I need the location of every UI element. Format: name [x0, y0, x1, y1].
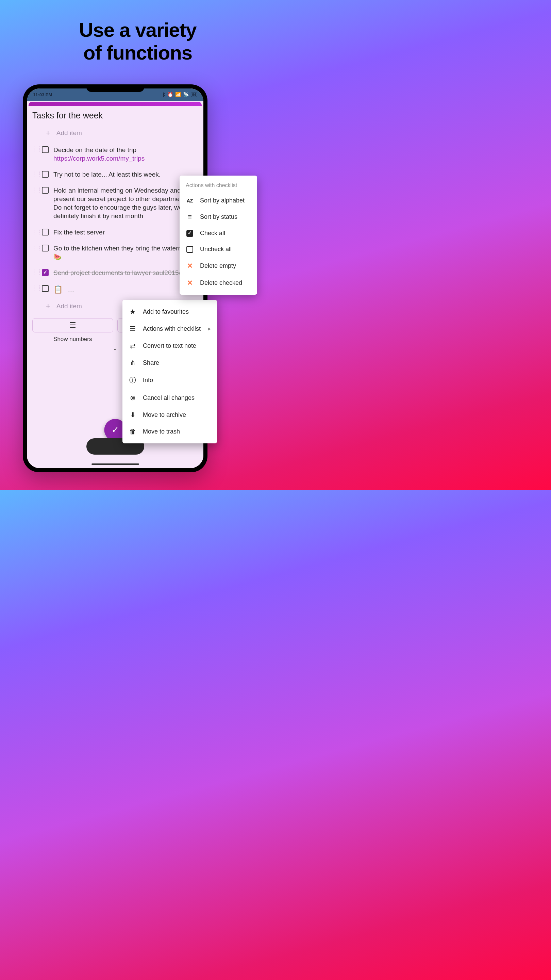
- task-text[interactable]: Try not to be late... At least this week…: [53, 170, 198, 179]
- drag-handle-icon[interactable]: ⋮⋮⋮⋮: [32, 285, 37, 290]
- menu-cancel-changes[interactable]: ⊗ Cancel all changes: [122, 389, 217, 406]
- task-text[interactable]: Send project documents to lawyer saul201…: [53, 269, 198, 277]
- task-checkbox[interactable]: [42, 285, 49, 292]
- task-link[interactable]: https://corp.work5.com/my_trips: [53, 155, 144, 162]
- drag-handle-icon[interactable]: ⋮⋮⋮⋮: [32, 186, 37, 192]
- add-item-top[interactable]: + Add item: [46, 126, 198, 140]
- submenu-delete-empty[interactable]: ✕ Delete empty: [179, 257, 257, 274]
- task-text[interactable]: Hold an internal meeting on Wednesday an…: [53, 186, 198, 220]
- drag-handle-icon[interactable]: ⋮⋮⋮⋮: [32, 244, 37, 250]
- plus-icon: +: [46, 302, 50, 311]
- submenu-header: Actions with checklist: [179, 179, 257, 192]
- menu-archive[interactable]: ⬇ Move to archive: [122, 406, 217, 423]
- drag-handle-icon[interactable]: ⋮⋮⋮⋮: [32, 269, 37, 274]
- marketing-title: Use a variety of functions: [0, 0, 275, 64]
- task-checkbox[interactable]: [42, 171, 49, 178]
- submenu-sort-alpha[interactable]: AZ Sort by alphabet: [179, 192, 257, 208]
- convert-icon: ⇄: [129, 342, 137, 350]
- plus-icon: +: [46, 129, 50, 137]
- show-numbers-button[interactable]: ☰ Show numbers: [32, 318, 113, 343]
- menu-label: Share: [143, 360, 159, 366]
- menu-label: Add to favourites: [143, 308, 189, 315]
- submenu-check-all[interactable]: Check all: [179, 225, 257, 241]
- task-checkbox[interactable]: [42, 245, 49, 251]
- delete-icon: ✕: [186, 262, 194, 270]
- drag-handle-icon[interactable]: ⋮⋮⋮⋮: [32, 228, 37, 234]
- unchecked-box-icon: [186, 246, 194, 253]
- sort-alpha-icon: AZ: [186, 198, 194, 204]
- sort-status-icon: ≡: [186, 213, 194, 221]
- menu-label: Move to archive: [143, 411, 186, 418]
- home-indicator: [92, 463, 139, 465]
- task-row[interactable]: ⋮⋮⋮⋮ Try not to be late... At least this…: [32, 167, 198, 181]
- submenu-uncheck-all[interactable]: Uncheck all: [179, 241, 257, 257]
- task-checkbox[interactable]: [42, 187, 49, 194]
- task-text[interactable]: Go to the kitchen when they bring the wa…: [53, 244, 198, 261]
- menu-label: Check all: [200, 230, 225, 237]
- task-row[interactable]: ⋮⋮⋮⋮ Go to the kitchen when they bring t…: [32, 241, 198, 264]
- menu-label: Actions with checklist: [143, 325, 201, 332]
- menu-info[interactable]: ⓘ Info: [122, 371, 217, 389]
- numbered-list-icon: ☰: [69, 321, 76, 330]
- checklist-actions-submenu: Actions with checklist AZ Sort by alphab…: [179, 176, 257, 295]
- menu-label: Uncheck all: [200, 246, 232, 253]
- toolbar-label: Show numbers: [53, 336, 92, 343]
- task-row[interactable]: ⋮⋮⋮⋮ Hold an internal meeting on Wednesd…: [32, 183, 198, 223]
- page-title[interactable]: Tasks for the week: [32, 111, 198, 121]
- menu-label: Sort by status: [200, 213, 237, 221]
- info-icon: ⓘ: [129, 375, 137, 385]
- status-icons: ᛒ ⏰ 📶 📡 94: [163, 92, 197, 97]
- chevron-up-icon: ⌃: [113, 348, 118, 355]
- drag-handle-icon[interactable]: ⋮⋮⋮⋮: [32, 146, 37, 151]
- task-checkbox[interactable]: [42, 229, 49, 235]
- menu-actions-checklist[interactable]: ☰ Actions with checklist ▶: [122, 320, 217, 337]
- task-checkbox[interactable]: [42, 269, 49, 276]
- star-icon: ★: [129, 308, 137, 316]
- menu-label: Delete empty: [200, 262, 236, 269]
- wifi-icon: 📡: [183, 92, 189, 97]
- status-time: 11:03 PM: [33, 92, 52, 97]
- task-row[interactable]: ⋮⋮⋮⋮ 📋 …: [32, 282, 198, 297]
- menu-trash[interactable]: 🗑 Move to trash: [122, 423, 217, 440]
- menu-favourites[interactable]: ★ Add to favourites: [122, 303, 217, 320]
- task-text[interactable]: Decide on the date of the trip https://c…: [53, 146, 198, 163]
- checked-box-icon: [186, 230, 194, 237]
- task-row[interactable]: ⋮⋮⋮⋮ Decide on the date of the trip http…: [32, 143, 198, 165]
- task-checkbox[interactable]: [42, 146, 49, 153]
- ellipsis-icon: …: [68, 286, 74, 293]
- cancel-icon: ⊗: [129, 394, 137, 402]
- main-context-menu: ★ Add to favourites ☰ Actions with check…: [122, 300, 217, 443]
- share-icon: ⋔: [129, 359, 137, 367]
- menu-convert[interactable]: ⇄ Convert to text note: [122, 337, 217, 354]
- accent-bar: [29, 102, 202, 106]
- signal-icon: 📶: [175, 92, 181, 97]
- task-text[interactable]: 📋 …: [53, 285, 198, 294]
- menu-label: Move to trash: [143, 428, 180, 435]
- menu-share[interactable]: ⋔ Share: [122, 354, 217, 371]
- menu-label: Delete checked: [200, 279, 242, 286]
- menu-label: Cancel all changes: [143, 395, 195, 401]
- archive-icon: ⬇: [129, 411, 137, 419]
- task-row[interactable]: ⋮⋮⋮⋮ Send project documents to lawyer sa…: [32, 266, 198, 280]
- delete-icon: ✕: [186, 279, 194, 287]
- phone-notch: [86, 86, 144, 92]
- menu-label: Info: [143, 377, 153, 384]
- list-icon: ☰: [129, 325, 137, 333]
- task-text[interactable]: Fix the test server: [53, 228, 198, 237]
- clipboard-icon: 📋: [53, 285, 63, 294]
- submenu-delete-checked[interactable]: ✕ Delete checked: [179, 274, 257, 291]
- menu-label: Sort by alphabet: [200, 197, 245, 204]
- trash-icon: 🗑: [129, 428, 137, 436]
- battery-icon: 94: [191, 92, 197, 97]
- menu-label: Convert to text note: [143, 342, 196, 350]
- chevron-right-icon: ▶: [208, 326, 211, 331]
- alarm-icon: ⏰: [167, 92, 173, 97]
- check-icon: ✓: [111, 425, 119, 435]
- bluetooth-icon: ᛒ: [163, 92, 165, 97]
- add-item-label: Add item: [56, 129, 82, 137]
- submenu-sort-status[interactable]: ≡ Sort by status: [179, 208, 257, 225]
- drag-handle-icon[interactable]: ⋮⋮⋮⋮: [32, 170, 37, 176]
- task-row[interactable]: ⋮⋮⋮⋮ Fix the test server: [32, 225, 198, 239]
- add-item-label: Add item: [56, 302, 82, 310]
